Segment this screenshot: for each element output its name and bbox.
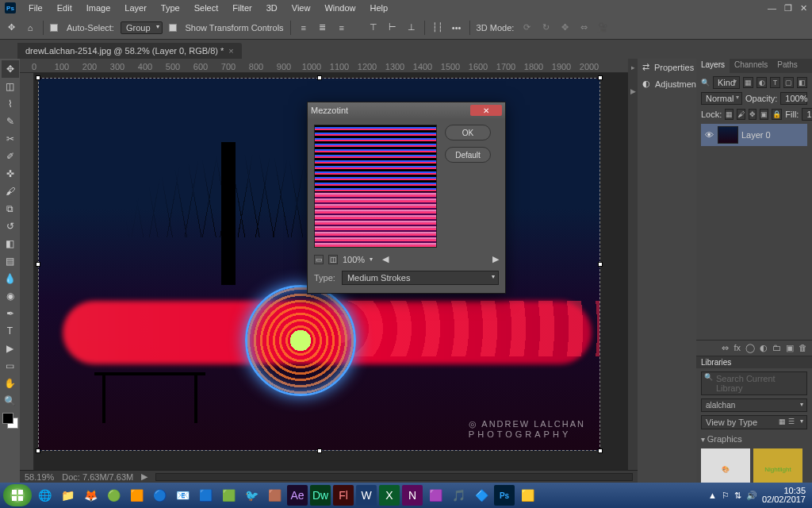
document-tab[interactable]: drewLalchan-2514.jpg @ 58.2% (Layer 0, R…	[17, 43, 242, 59]
taskbar-app[interactable]: X	[379, 485, 400, 506]
quick-select-tool[interactable]: ✎	[2, 113, 19, 130]
tray-flag-icon[interactable]: ⚐	[722, 491, 730, 501]
3d-orbit-icon[interactable]: ⟳	[520, 21, 533, 34]
fill-field[interactable]: 100%	[802, 108, 812, 121]
move-tool[interactable]: ✥	[2, 60, 19, 78]
menu-3d[interactable]: 3D	[260, 2, 284, 14]
menu-filter[interactable]: Filter	[226, 2, 258, 14]
stamp-tool[interactable]: ⧉	[2, 200, 19, 217]
blur-tool[interactable]: 💧	[2, 270, 19, 287]
menu-layer[interactable]: Layer	[118, 2, 153, 14]
transform-handle[interactable]	[36, 75, 40, 80]
brush-tool[interactable]: 🖌	[2, 183, 19, 200]
lock-all-icon[interactable]: 🔒	[772, 109, 782, 120]
lock-artboard-icon[interactable]: ▣	[760, 109, 768, 120]
filter-shape-icon[interactable]: ▢	[783, 77, 794, 88]
layer-thumbnail[interactable]	[718, 126, 738, 144]
taskbar-app[interactable]: 🟩	[218, 485, 239, 506]
taskbar-app-photoshop[interactable]: Ps	[494, 485, 515, 506]
taskbar-app[interactable]: N	[402, 485, 423, 506]
3d-slide-icon[interactable]: ⇔	[577, 21, 590, 34]
window-close-icon[interactable]: ✕	[800, 3, 807, 13]
shape-tool[interactable]: ▭	[2, 357, 19, 375]
menu-help[interactable]: Help	[364, 2, 395, 14]
taskbar-app[interactable]: 📧	[172, 485, 193, 506]
system-clock[interactable]: 10:35 02/02/2017	[762, 487, 806, 504]
taskbar-app[interactable]: 🟦	[195, 485, 216, 506]
filter-preview[interactable]	[314, 125, 437, 248]
library-view-dropdown[interactable]: View by Type ▦ ☰	[701, 415, 807, 429]
ok-button[interactable]: OK	[445, 125, 491, 140]
healing-tool[interactable]: ✜	[2, 165, 19, 183]
tab-libraries[interactable]: Libraries	[696, 356, 812, 368]
transform-handle[interactable]	[36, 448, 40, 453]
panel-collapse-strip[interactable]: ▸▶	[628, 59, 638, 483]
doc-info[interactable]: Doc: 7.63M/7.63M	[62, 472, 133, 482]
taskbar-app[interactable]: 🟫	[264, 485, 285, 506]
menu-image[interactable]: Image	[80, 2, 117, 14]
library-select-dropdown[interactable]: alalchan	[701, 398, 807, 412]
color-swatch[interactable]	[2, 413, 18, 429]
taskbar-app[interactable]: 🟢	[103, 485, 124, 506]
3d-roll-icon[interactable]: ↻	[539, 21, 552, 34]
menu-select[interactable]: Select	[188, 2, 225, 14]
eraser-tool[interactable]: ◧	[2, 235, 19, 252]
lock-transparency-icon[interactable]: ▦	[725, 109, 733, 120]
layer-filter-kind[interactable]: Kind	[713, 76, 740, 89]
window-restore-icon[interactable]: ❐	[784, 3, 792, 13]
taskbar-app[interactable]: 🌐	[34, 485, 55, 506]
taskbar-app[interactable]: 🟪	[425, 485, 446, 506]
taskbar-app[interactable]: Ae	[287, 485, 308, 506]
home-icon[interactable]: ⌂	[24, 21, 36, 34]
taskbar-app[interactable]: 🦊	[80, 485, 101, 506]
type-tool[interactable]: T	[2, 322, 19, 340]
zoom-value[interactable]: 58.19%	[25, 472, 54, 482]
lock-position-icon[interactable]: ✥	[749, 109, 756, 120]
transform-handle[interactable]	[317, 448, 322, 453]
3d-pan-icon[interactable]: ✥	[558, 21, 571, 34]
align-middle-icon[interactable]: ⊢	[386, 21, 399, 34]
preview-prev-icon[interactable]: ◀	[382, 254, 389, 264]
taskbar-app[interactable]: Fl	[333, 485, 354, 506]
auto-select-checkbox[interactable]	[50, 24, 58, 32]
collapsed-properties[interactable]: ⇄Properties	[638, 59, 696, 75]
filter-pixel-icon[interactable]: ▦	[743, 77, 753, 88]
filter-type-icon[interactable]: T	[770, 77, 780, 88]
menu-edit[interactable]: Edit	[51, 2, 79, 14]
layer-name[interactable]: Layer 0	[741, 130, 771, 140]
default-button[interactable]: Default	[445, 147, 491, 163]
path-select-tool[interactable]: ▶	[2, 340, 19, 357]
collapsed-adjustments[interactable]: ◐Adjustments	[638, 75, 696, 92]
new-adjustment-icon[interactable]: ◐	[760, 343, 768, 353]
blend-mode-dropdown[interactable]: Normal	[701, 92, 742, 105]
taskbar-app[interactable]: 🎵	[448, 485, 469, 506]
tab-channels[interactable]: Channels	[730, 59, 772, 73]
align-bottom-icon[interactable]: ⊥	[405, 21, 418, 34]
lock-pixels-icon[interactable]: 🖌	[737, 109, 745, 120]
transform-handle[interactable]	[598, 75, 603, 80]
close-tab-icon[interactable]: ×	[228, 46, 233, 56]
menu-window[interactable]: Window	[318, 2, 362, 14]
taskbar-app[interactable]: Dw	[310, 485, 331, 506]
transform-handle[interactable]	[598, 262, 603, 267]
tray-up-icon[interactable]: ▲	[708, 491, 717, 500]
align-center-h-icon[interactable]: ≣	[316, 21, 329, 34]
zoom-fit-button[interactable]: ◫	[328, 255, 338, 264]
transform-handle[interactable]	[598, 448, 603, 453]
library-group-label[interactable]: Graphics	[707, 434, 742, 444]
show-transform-checkbox[interactable]	[169, 24, 177, 32]
taskbar-app[interactable]: 🔵	[149, 485, 170, 506]
horizontal-scrollbar[interactable]	[155, 473, 633, 481]
link-layers-icon[interactable]: ⇔	[722, 343, 729, 353]
align-top-icon[interactable]: ⊤	[367, 21, 380, 34]
new-layer-icon[interactable]: ▣	[786, 343, 794, 353]
filter-adjust-icon[interactable]: ◐	[756, 77, 767, 88]
dialog-close-button[interactable]: ✕	[470, 105, 502, 116]
taskbar-app[interactable]: 🟧	[126, 485, 147, 506]
hand-tool[interactable]: ✋	[2, 375, 19, 392]
zoom-dropdown-icon[interactable]: ▾	[370, 256, 373, 263]
transform-handle[interactable]	[36, 262, 40, 267]
zoom-out-button[interactable]: ▭	[314, 255, 324, 264]
menu-view[interactable]: View	[285, 2, 317, 14]
opacity-field[interactable]: 100%	[780, 92, 807, 105]
